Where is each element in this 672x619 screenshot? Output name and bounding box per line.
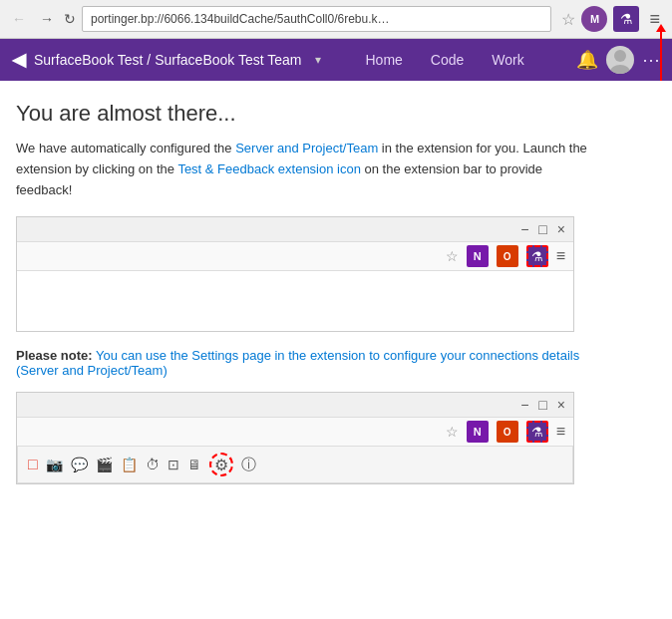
office-icon-2[interactable]: O [497, 421, 518, 443]
mini-star-icon-2[interactable]: ☆ [446, 424, 459, 440]
comment-tool-icon[interactable]: 💬 [71, 457, 88, 472]
mini-title-bar-1: − □ × [17, 217, 573, 242]
mini-url-bar-1: ☆ N O ⚗ ≡ [17, 242, 573, 271]
mini-title-bar-2: − □ × [17, 393, 573, 418]
mini-menu-icon-1[interactable]: ≡ [556, 247, 565, 265]
browser-chrome: ← → ↻ ☆ M ⚗ ≡ [0, 0, 672, 39]
notifications-icon[interactable]: 🔔 [576, 49, 598, 71]
svg-point-0 [614, 50, 626, 62]
forward-button[interactable]: → [36, 8, 58, 30]
mini-menu-icon-2[interactable]: ≡ [556, 423, 565, 441]
avatar-image [606, 46, 634, 74]
note-body: You can use the Settings page in the ext… [16, 348, 579, 378]
nav-title: SurfaceBook Test / SurfaceBook Test Team [34, 52, 301, 68]
top-navigation: ◀ SurfaceBook Test / SurfaceBook Test Te… [0, 39, 672, 81]
intro-text: We have automatically configured the Ser… [16, 139, 594, 200]
nav-link-home[interactable]: Home [353, 46, 414, 74]
bookmark-icon[interactable]: ☆ [561, 10, 575, 29]
mini-browser-1: − □ × ☆ N O ⚗ ≡ [16, 216, 574, 332]
rect-tool-icon[interactable]: □ [28, 456, 38, 473]
flask-extension-icon-2[interactable]: ⚗ [526, 421, 548, 443]
nav-chevron-icon[interactable]: ▾ [315, 53, 321, 67]
onenote-icon-2[interactable]: N [467, 421, 489, 443]
crop-tool-icon[interactable]: ⊡ [168, 457, 179, 472]
note-bold: Please note: [16, 348, 93, 363]
onenote-icon-1[interactable]: N [467, 245, 489, 267]
mini-browser-2: − □ × ☆ N O ⚗ ≡ □ 📷 💬 🎬 [16, 392, 574, 484]
arrow-indicator [660, 31, 662, 81]
settings-tool-icon[interactable]: ⚙ [209, 453, 233, 476]
svg-point-1 [610, 65, 630, 74]
minimize-button-2[interactable]: − [520, 397, 528, 413]
extension-toolbar: □ 📷 💬 🎬 📋 ⏱ ⊡ 🖥 ⚙ ⓘ [17, 447, 573, 483]
mini-browser-content-1 [17, 271, 573, 331]
flask-icon: ⚗ [620, 11, 633, 27]
screen-tool-icon[interactable]: 🖥 [187, 457, 201, 472]
document-tool-icon[interactable]: 📋 [121, 457, 138, 472]
flask-extension-button[interactable]: ⚗ [613, 6, 639, 32]
close-button-1[interactable]: × [557, 221, 565, 237]
main-content: You are almost there... We have automati… [0, 81, 672, 520]
vsts-icon: ◀ [12, 49, 26, 71]
flask-extension-icon-1[interactable]: ⚗ [526, 245, 548, 267]
camera-tool-icon[interactable]: 📷 [46, 457, 63, 472]
more-options-icon[interactable]: ⋯ [642, 49, 660, 71]
avatar[interactable] [606, 46, 634, 74]
office-icon-1[interactable]: O [497, 245, 518, 267]
url-bar[interactable] [82, 6, 551, 32]
nav-links: Home Code Work [353, 46, 535, 74]
maximize-button-2[interactable]: □ [538, 397, 546, 413]
info-tool-icon[interactable]: ⓘ [241, 456, 256, 474]
video-tool-icon[interactable]: 🎬 [96, 457, 113, 472]
maximize-button-1[interactable]: □ [538, 221, 546, 237]
minimize-button-1[interactable]: − [520, 221, 528, 237]
mini-star-icon-1[interactable]: ☆ [446, 248, 459, 264]
nav-link-work[interactable]: Work [480, 46, 535, 74]
mini-url-bar-2: ☆ N O ⚗ ≡ [17, 418, 573, 447]
clock-tool-icon[interactable]: ⏱ [146, 457, 160, 472]
profile-button[interactable]: M [581, 6, 607, 32]
nav-logo[interactable]: ◀ SurfaceBook Test / SurfaceBook Test Te… [12, 49, 321, 71]
page-heading: You are almost there... [16, 101, 656, 127]
close-button-2[interactable]: × [557, 397, 565, 413]
intro-highlight: Server and Project/Team [235, 141, 378, 155]
note-text: Please note: You can use the Settings pa… [16, 348, 594, 378]
intro-highlight-2: Test & Feedback extension icon [177, 161, 361, 176]
nav-link-code[interactable]: Code [419, 46, 476, 74]
back-button[interactable]: ← [8, 8, 30, 30]
refresh-button[interactable]: ↻ [64, 11, 76, 27]
